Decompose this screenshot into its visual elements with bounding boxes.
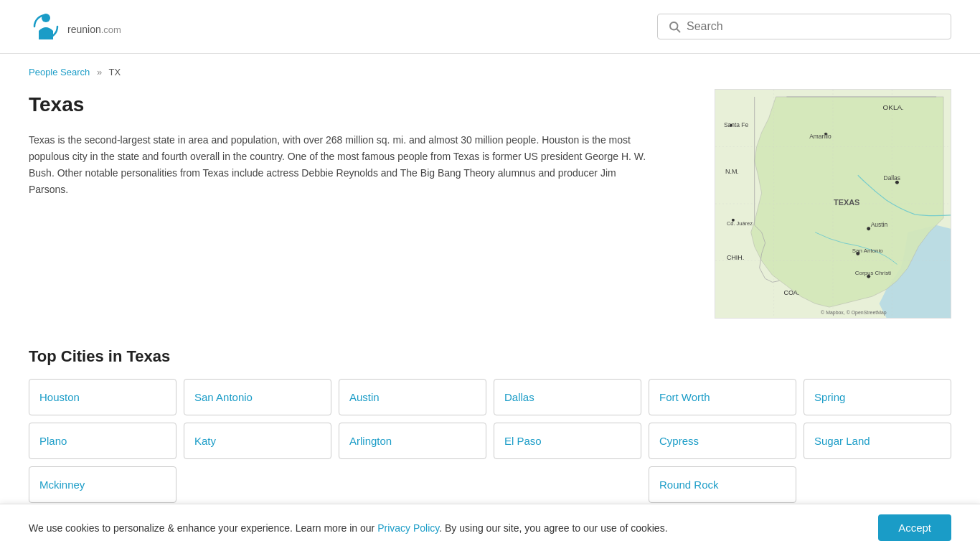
logo-area[interactable]: reunion.com xyxy=(29,9,121,44)
svg-text:Austin: Austin xyxy=(871,221,888,228)
search-input[interactable] xyxy=(687,20,941,33)
header: reunion.com xyxy=(0,0,980,54)
city-card[interactable]: Katy xyxy=(184,423,331,459)
svg-text:Corpus Christi: Corpus Christi xyxy=(855,270,892,276)
svg-text:Amarillo: Amarillo xyxy=(809,133,831,140)
search-bar[interactable] xyxy=(657,14,951,39)
city-card[interactable]: Fort Worth xyxy=(649,379,796,415)
cities-grid: HoustonSan AntonioAustinDallasFort Worth… xyxy=(29,379,951,503)
city-card[interactable]: Spring xyxy=(804,379,951,415)
breadcrumb-state: TX xyxy=(109,67,121,77)
svg-text:San Antonio: San Antonio xyxy=(852,248,883,254)
svg-text:Dallas: Dallas xyxy=(884,174,900,182)
cities-section: Top Cities in Texas HoustonSan AntonioAu… xyxy=(0,333,980,517)
state-description: Texas is the second-largest state in are… xyxy=(29,132,653,198)
breadcrumb-separator: » xyxy=(97,67,102,77)
svg-text:Santa Fe: Santa Fe xyxy=(724,121,749,128)
map-svg: OKLA. Santa Fe Amarillo N.M. Dallas TEXA… xyxy=(715,90,951,318)
city-card[interactable]: Plano xyxy=(29,423,176,459)
svg-point-9 xyxy=(867,227,870,230)
cities-section-title: Top Cities in Texas xyxy=(29,347,951,366)
svg-text:Cd. Juárez: Cd. Juárez xyxy=(727,220,753,227)
search-icon xyxy=(668,20,681,33)
svg-text:© Mapbox, © OpenStreetMap: © Mapbox, © OpenStreetMap xyxy=(821,310,887,316)
city-card[interactable]: Houston xyxy=(29,379,176,415)
content-area: Texas Texas is the second-largest state … xyxy=(29,89,693,319)
page-title: Texas xyxy=(29,93,693,116)
cookie-banner: We use cookies to personalize & enhance … xyxy=(0,504,980,517)
svg-text:N.M.: N.M. xyxy=(725,168,739,175)
city-card[interactable]: Round Rock xyxy=(649,466,796,503)
logo-text: reunion.com xyxy=(67,16,121,38)
main-content: Texas Texas is the second-largest state … xyxy=(0,82,980,333)
svg-line-2 xyxy=(677,29,679,32)
state-map: OKLA. Santa Fe Amarillo N.M. Dallas TEXA… xyxy=(715,89,951,319)
svg-text:COA.: COA. xyxy=(783,289,799,296)
city-card[interactable]: Arlington xyxy=(339,423,486,459)
breadcrumb: People Search » TX xyxy=(0,54,980,82)
city-card[interactable]: Austin xyxy=(339,379,486,415)
city-card[interactable]: El Paso xyxy=(494,423,641,459)
city-card[interactable]: Cypress xyxy=(649,423,796,459)
accept-cookies-button[interactable]: Accept xyxy=(878,514,951,517)
city-card[interactable]: Mckinney xyxy=(29,466,176,503)
svg-text:TEXAS: TEXAS xyxy=(834,198,859,207)
breadcrumb-people-search[interactable]: People Search xyxy=(29,67,90,77)
city-card[interactable]: San Antonio xyxy=(184,379,331,415)
city-card[interactable]: Sugar Land xyxy=(804,423,951,459)
svg-text:OKLA.: OKLA. xyxy=(883,103,904,111)
city-card[interactable]: Dallas xyxy=(494,379,641,415)
svg-text:CHIH.: CHIH. xyxy=(727,254,744,261)
logo-icon xyxy=(29,9,63,44)
